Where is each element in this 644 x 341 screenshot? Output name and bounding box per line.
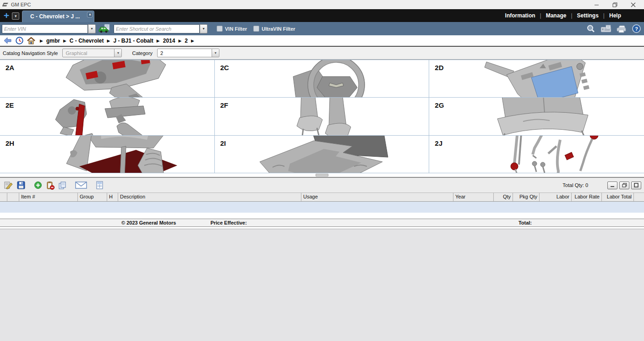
total-qty: Total Qty: 0	[562, 182, 588, 188]
price-effective-label: Price Effective:	[210, 220, 246, 226]
minimize-icon[interactable]	[587, 0, 606, 9]
col-filler	[634, 193, 644, 201]
col-group[interactable]: Group	[78, 193, 107, 201]
breadcrumb-arrow-icon: ▶	[63, 38, 66, 43]
fax-icon[interactable]	[600, 24, 612, 34]
col-description[interactable]: Description	[118, 193, 301, 201]
print-icon[interactable]	[615, 24, 627, 34]
back-arrow-icon[interactable]	[3, 37, 12, 45]
price-table-icon[interactable]	[94, 180, 105, 191]
col-labor-total[interactable]: Labor Total	[602, 193, 634, 201]
category-cell-2i[interactable]: 2I	[215, 136, 430, 173]
floor-carpet-image	[246, 136, 397, 173]
total-qty-value: 0	[585, 182, 588, 188]
panel-maximize-icon[interactable]	[631, 182, 641, 189]
new-tab-button[interactable]: +	[2, 10, 12, 22]
category-cell-2a[interactable]: 2A	[0, 60, 215, 98]
parts-table-empty-row[interactable]	[0, 202, 644, 213]
email-icon[interactable]	[74, 180, 88, 191]
close-icon[interactable]	[624, 0, 642, 9]
ultravin-filter-checkbox[interactable]: UltraVIN Filter	[253, 26, 295, 32]
category-cell-label: 2G	[435, 101, 444, 109]
history-clock-icon[interactable]	[15, 37, 24, 45]
vin-filter-checkbox[interactable]: VIN Filter	[217, 26, 247, 32]
col-row-icon	[7, 193, 19, 201]
breadcrumb-item-model[interactable]: J - BJ1 - Cobalt	[113, 38, 153, 44]
tab-list-dropdown-button[interactable]: ▾	[12, 12, 19, 20]
tab-close-icon[interactable]: ×	[87, 12, 93, 17]
category-cell-2e[interactable]: 2E	[0, 98, 215, 135]
splitter-grip-icon[interactable]	[316, 174, 328, 176]
search-icon[interactable]	[585, 24, 597, 34]
menu-manage[interactable]: Manage	[541, 12, 571, 19]
category-cell-2h[interactable]: 2H	[0, 136, 215, 173]
radio-bezel-image	[468, 60, 606, 98]
vehicle-lookup-icon[interactable]	[98, 24, 110, 33]
vin-input[interactable]	[2, 24, 88, 33]
chevron-down-icon: ▾	[114, 49, 121, 57]
col-labor-rate[interactable]: Labor Rate	[572, 193, 602, 201]
app-menu: Information | Manage | Settings | Help	[501, 9, 641, 22]
chevron-down-icon: ▾	[212, 49, 219, 57]
breadcrumb: ▶ gmbr ▶ C - Chevrolet ▶ J - BJ1 - Cobal…	[0, 35, 644, 47]
col-pkg-qty[interactable]: Pkg Qty	[513, 193, 540, 201]
breadcrumb-arrow-icon: ▶	[191, 38, 194, 43]
col-row-selector	[0, 193, 7, 201]
maximize-icon[interactable]	[606, 0, 624, 9]
chevron-down-icon: ▾	[202, 27, 204, 31]
search-input[interactable]	[114, 24, 200, 33]
breadcrumb-item-group[interactable]: 2	[185, 38, 188, 44]
col-labor[interactable]: Labor	[540, 193, 572, 201]
col-year[interactable]: Year	[453, 193, 494, 201]
col-usage[interactable]: Usage	[301, 193, 453, 201]
category-cell-2g[interactable]: 2G	[429, 98, 644, 135]
menu-settings[interactable]: Settings	[573, 12, 603, 19]
col-h[interactable]: H	[107, 193, 118, 201]
breadcrumb-arrow-icon: ▶	[40, 38, 43, 43]
catalog-filter-bar: Catalog Navigation Style Graphical ▾ Cat…	[0, 47, 644, 60]
category-cell-2f[interactable]: 2F	[215, 98, 430, 135]
search-history-dropdown-button[interactable]: ▾	[200, 24, 207, 33]
breadcrumb-item-year[interactable]: 2014	[163, 38, 175, 44]
category-cell-2d[interactable]: 2D	[429, 60, 644, 98]
nav-style-select[interactable]: Graphical ▾	[62, 49, 122, 57]
category-cell-label: 2J	[435, 139, 442, 147]
panel-minimize-icon[interactable]	[607, 182, 617, 189]
category-select[interactable]: 2 ▾	[157, 49, 219, 57]
home-icon[interactable]	[27, 37, 36, 45]
vin-history-dropdown-button[interactable]: ▾	[88, 24, 96, 33]
gm-epc-window: GM EPC + ▾ C - Chevrolet > J ... × Infor…	[0, 0, 644, 341]
panel-restore-icon[interactable]	[619, 182, 629, 189]
breadcrumb-item-catalog[interactable]: gmbr	[46, 38, 60, 44]
front-seats-image	[253, 98, 390, 135]
category-cell-label: 2H	[5, 139, 14, 147]
category-grid: 2A 2C	[0, 60, 644, 173]
category-cell-2c[interactable]: 2C	[215, 60, 430, 98]
steering-wheel-image	[253, 60, 390, 98]
nav-style-value: Graphical	[63, 50, 114, 56]
category-value: 2	[158, 50, 212, 56]
trunk-trim-image	[32, 136, 183, 173]
col-item-number[interactable]: Item #	[19, 193, 78, 201]
gm-epc-logo-icon	[2, 2, 9, 7]
col-qty[interactable]: Qty	[494, 193, 513, 201]
remove-item-icon[interactable]	[44, 180, 56, 191]
copy-icon[interactable]	[57, 180, 68, 191]
save-icon[interactable]	[15, 180, 27, 191]
pedals-shifter-image	[32, 98, 183, 135]
category-cell-2j[interactable]: 2J	[429, 136, 644, 173]
breadcrumb-item-make[interactable]: C - Chevrolet	[70, 38, 104, 44]
breadcrumb-arrow-icon: ▶	[178, 38, 181, 43]
menu-help[interactable]: Help	[605, 12, 626, 19]
search-bar: ▾ ▾ VIN Filter UltraVIN Filter	[0, 22, 644, 35]
category-label: Category	[132, 50, 153, 56]
active-tab[interactable]: C - Chevrolet > J ... ×	[22, 11, 94, 22]
svg-text:?: ?	[635, 26, 638, 32]
help-icon[interactable]: ?	[630, 24, 642, 34]
report-edit-icon[interactable]	[3, 180, 14, 191]
parts-table-body	[0, 213, 644, 219]
panel-splitter[interactable]	[0, 173, 644, 178]
menu-information[interactable]: Information	[501, 12, 540, 19]
total-label: Total:	[518, 220, 532, 226]
add-item-icon[interactable]	[32, 180, 44, 191]
